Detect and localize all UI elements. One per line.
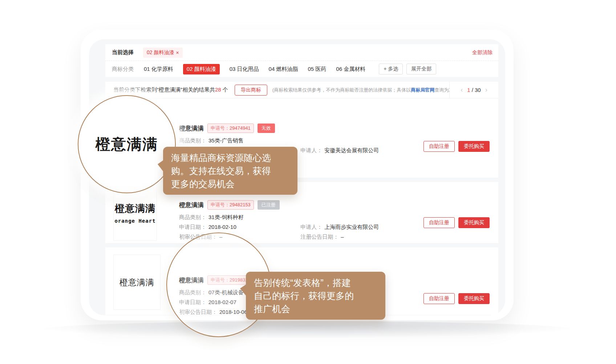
application-number-badge: 申请号：29482153	[207, 200, 254, 210]
entrust-purchase-button[interactable]: 委托购买	[458, 141, 490, 152]
pagination: ‹ 1 / 30 ›	[449, 82, 498, 98]
trademark-image-2[interactable]: 橙意满满 orange Heart	[113, 185, 157, 241]
applicant-value: 安徽美达会展有限公司	[324, 147, 379, 153]
category-tab-05[interactable]: 05 医药	[308, 66, 326, 73]
trademark-image-3[interactable]: 橙意满满	[113, 255, 161, 310]
tooltip-line: 海量精品商标资源随心选	[171, 151, 289, 164]
trademark-name[interactable]: 橙意满满	[179, 201, 204, 209]
entrust-purchase-button[interactable]: 委托购买	[458, 217, 490, 228]
results-summary-text: 当前分类下检索到“橙意满满”相关的结果共	[113, 86, 215, 93]
tooltip-tail	[158, 160, 164, 172]
applicant-value: 上海雨步实业有限公司	[324, 224, 379, 230]
apply-date-label: 申请日期：	[179, 224, 206, 230]
category-label: 商品类别：	[179, 137, 206, 143]
application-number-value: 29482153	[230, 202, 251, 207]
trademark-name[interactable]: 橙意满满	[179, 276, 204, 284]
close-icon[interactable]: ×	[176, 50, 179, 55]
category-tab-06[interactable]: 06 金属材料	[336, 66, 365, 73]
results-disclaimer: (商标检索结果仅供参考，不作为商标能否注册的法律依据；具体以商标局官网查询为准。…	[272, 87, 449, 93]
status-badge: 无效	[258, 124, 275, 133]
tooltip-marketplace: 海量精品商标资源随心选 购。支持在线交易，获得 更多的交易机会	[163, 147, 297, 195]
results-unit: 个	[221, 86, 228, 93]
apply-date-label: 申请日期：	[179, 299, 206, 305]
trademark-image-subtext: orange Heart	[114, 218, 155, 224]
category-tab-03[interactable]: 03 日化用品	[230, 66, 259, 73]
magnified-trademark-text: 橙意满满	[96, 134, 158, 154]
selected-filter-chip-label: 02 颜料油漆	[147, 49, 174, 56]
row-divider	[105, 243, 498, 247]
self-register-button[interactable]: 自助注册	[423, 293, 455, 304]
applicant-label: 申请人：	[300, 224, 322, 230]
expand-all-button[interactable]: 展开全部	[406, 64, 436, 74]
category-value: 31类-饲料种籽	[208, 214, 244, 220]
category-value: 07类-机械设备	[208, 289, 244, 295]
magnifier-circle-1: 橙意满满	[78, 95, 176, 193]
first-publication-value: 2018-10-06	[219, 309, 247, 315]
export-trademark-button[interactable]: 导出商标	[235, 85, 267, 96]
registration-publication-value: –	[341, 234, 344, 240]
tooltip-promotion: 告别传统“发表格”，搭建 自己的标行，获得更多的 推广机会	[246, 272, 385, 320]
tooltip-line: 自己的标行，获得更多的	[254, 289, 377, 302]
application-number-label: 申请号：	[211, 125, 230, 131]
status-badge: 已注册	[258, 200, 280, 210]
application-number-value: 29474941	[230, 125, 251, 131]
first-publication-value: –	[219, 234, 222, 240]
first-publication-label: 初审公告日期：	[179, 234, 217, 240]
results-header: 当前分类下检索到“橙意满满”相关的结果共28 个 导出商标 (商标检索结果仅供参…	[105, 82, 498, 98]
category-row-label: 商标分类	[112, 66, 134, 73]
trademark-image-text: 橙意满满	[119, 277, 154, 288]
row-2-content: 橙意满满 申请号：29482153 已注册 商品类别：31类-饲料种籽 申请日期…	[179, 200, 379, 242]
tooltip-tail	[240, 284, 247, 296]
category-tab-01[interactable]: 01 化学原料	[144, 66, 173, 73]
current-selection-row: 当前选择 02 颜料油漆 × 全部清除	[105, 44, 498, 61]
tooltip-line: 更多的交易机会	[171, 177, 289, 190]
total-pages: 30	[475, 87, 481, 93]
category-row: 商标分类 01 化学原料 02 颜料油漆 03 日化用品 04 燃料油脂 05 …	[105, 61, 498, 77]
trademark-image-text: 橙意满满	[115, 202, 155, 215]
apply-date-value: 2018-02-07	[208, 299, 236, 305]
application-number-label: 申请号：	[211, 277, 230, 283]
results-summary: 当前分类下检索到“橙意满满”相关的结果共28 个	[113, 86, 228, 93]
application-number-label: 申请号：	[211, 202, 230, 207]
selected-filter-chip[interactable]: 02 颜料油漆 ×	[143, 48, 183, 58]
current-selection-label: 当前选择	[112, 49, 134, 56]
multi-select-button[interactable]: + 多选	[379, 64, 403, 74]
first-publication-label: 初审公告日期：	[179, 309, 217, 315]
current-page: 1	[467, 87, 470, 93]
clear-all-link[interactable]: 全部清除	[472, 49, 493, 56]
results-count: 28	[215, 86, 221, 93]
category-tab-04[interactable]: 04 燃料油脂	[269, 66, 298, 73]
entrust-purchase-button[interactable]: 委托购买	[458, 293, 490, 304]
trademark-office-link[interactable]: 商标局官网	[411, 87, 434, 93]
filter-panel: 当前选择 02 颜料油漆 × 全部清除 商标分类 01 化学原料 02 颜料油漆…	[105, 44, 498, 77]
category-label: 商品类别：	[179, 214, 206, 220]
disclaimer-text-end: 查询为准。)	[434, 87, 449, 93]
registration-publication-label: 注册公告日期：	[300, 234, 339, 240]
disclaimer-text: (商标检索结果仅供参考，不作为商标能否注册的法律依据；具体以	[272, 87, 411, 93]
application-number-badge: 申请号：29474941	[207, 124, 254, 133]
page: 当前选择 02 颜料油漆 × 全部清除 商标分类 01 化学原料 02 颜料油漆…	[0, 0, 616, 364]
self-register-button[interactable]: 自助注册	[423, 217, 455, 228]
self-register-button[interactable]: 自助注册	[423, 141, 455, 152]
chevron-right-icon[interactable]: ›	[485, 86, 487, 94]
trademark-name[interactable]: 橙意满满	[179, 124, 204, 133]
apply-date-value: 2018-02-10	[208, 224, 236, 230]
applicant-label: 申请人：	[300, 147, 322, 153]
tooltip-line: 告别传统“发表格”，搭建	[254, 276, 377, 289]
tooltip-line: 购。支持在线交易，获得	[171, 164, 289, 177]
tooltip-line: 推广机会	[254, 302, 377, 315]
floor-shadow	[44, 321, 572, 338]
page-indicator: 1 / 30	[467, 87, 481, 93]
page-separator: /	[470, 87, 475, 93]
category-value: 35类-广告销售	[208, 137, 244, 143]
category-label: 商品类别：	[179, 289, 206, 295]
category-tab-02-selected[interactable]: 02 颜料油漆	[183, 64, 220, 74]
chevron-left-icon[interactable]: ‹	[461, 86, 463, 94]
